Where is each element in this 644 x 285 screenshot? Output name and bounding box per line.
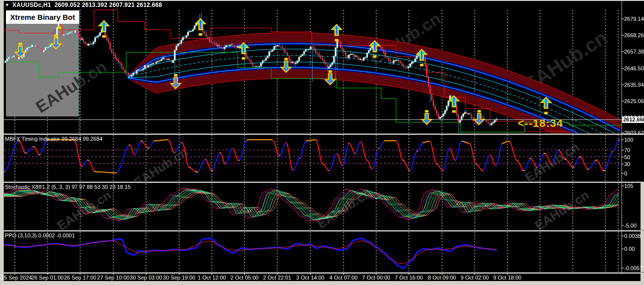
chart-canvas[interactable] [0, 0, 644, 285]
mt4-chart-window: ▼XAUUSDc,H1 2609.052 2613.392 2607.921 2… [0, 0, 644, 285]
